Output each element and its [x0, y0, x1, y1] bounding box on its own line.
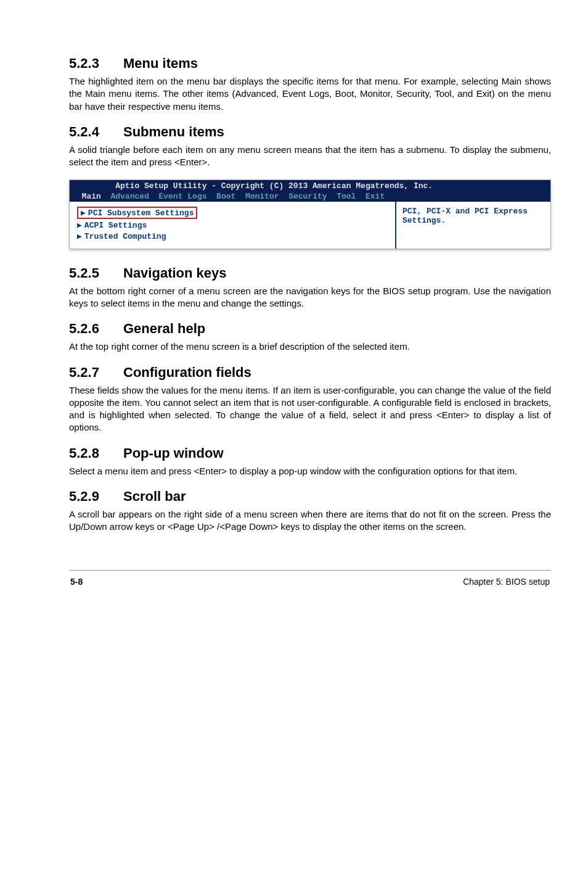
para-popup-window: Select a menu item and press <Enter> to … — [69, 465, 551, 477]
para-general-help: At the top right corner of the menu scre… — [69, 340, 551, 353]
heading-title: General help — [123, 321, 205, 336]
bios-body: ▶PCI Subsystem Settings ▶ACPI Settings ▶… — [70, 202, 550, 249]
page-number: 5-8 — [70, 577, 83, 587]
heading-title: Pop-up window — [123, 445, 224, 461]
heading-num: 5.2.8 — [69, 445, 123, 461]
heading-popup-window: 5.2.8Pop-up window — [69, 445, 551, 461]
bios-item-pci: ▶PCI Subsystem Settings — [77, 207, 389, 219]
heading-title: Submenu items — [123, 124, 224, 139]
heading-scroll-bar: 5.2.9Scroll bar — [69, 489, 551, 505]
triangle-icon: ▶ — [77, 221, 82, 230]
chapter-label: Chapter 5: BIOS setup — [463, 577, 550, 587]
heading-num: 5.2.7 — [69, 365, 123, 381]
heading-title: Navigation keys — [123, 265, 227, 281]
heading-submenu-items: 5.2.4Submenu items — [69, 124, 551, 140]
bios-item-label: PCI Subsystem Settings — [88, 208, 194, 218]
heading-general-help: 5.2.6General help — [69, 321, 551, 337]
para-submenu-items: A solid triangle before each item on any… — [69, 144, 551, 169]
footer-divider — [69, 570, 551, 571]
bios-tab-advanced: Advanced — [110, 192, 149, 201]
bios-tab-exit: Exit — [365, 192, 385, 201]
bios-tab-tool: Tool — [337, 192, 356, 201]
bios-help-text: PCI, PCI-X and PCI Express Settings. — [402, 207, 528, 225]
heading-menu-items: 5.2.3Menu items — [69, 56, 551, 72]
bios-item-label: ACPI Settings — [84, 221, 147, 230]
bios-title: Aptio Setup Utility - Copyright (C) 2013… — [115, 181, 433, 191]
bios-tab-boot: Boot — [216, 192, 235, 201]
para-scroll-bar: A scroll bar appears on the right side o… — [69, 508, 551, 534]
heading-title: Menu items — [123, 56, 198, 71]
triangle-icon: ▶ — [81, 208, 86, 218]
bios-header: Aptio Setup Utility - Copyright (C) 2013… — [70, 180, 550, 202]
para-menu-items: The highlighted item on the menu bar dis… — [69, 75, 551, 113]
bios-item-trusted: ▶Trusted Computing — [77, 231, 389, 241]
para-navigation-keys: At the bottom right corner of a menu scr… — [69, 285, 551, 310]
heading-num: 5.2.3 — [69, 56, 123, 72]
heading-num: 5.2.4 — [69, 124, 123, 140]
heading-title: Configuration fields — [123, 365, 251, 380]
bios-item-acpi: ▶ACPI Settings — [77, 220, 389, 230]
bios-tab-monitor: Monitor — [245, 192, 279, 201]
triangle-icon: ▶ — [77, 232, 82, 241]
bios-tab-main: Main — [82, 192, 101, 201]
bios-tab-row: Main Advanced Event Logs Boot Monitor Se… — [72, 192, 385, 201]
bios-menu-pane: ▶PCI Subsystem Settings ▶ACPI Settings ▶… — [70, 202, 395, 249]
heading-configuration-fields: 5.2.7Configuration fields — [69, 365, 551, 381]
heading-navigation-keys: 5.2.5Navigation keys — [69, 265, 551, 281]
bios-tab-eventlogs: Event Logs — [158, 192, 206, 201]
heading-title: Scroll bar — [123, 489, 186, 504]
page-footer: 5-8 Chapter 5: BIOS setup — [69, 577, 551, 587]
bios-item-label: Trusted Computing — [84, 232, 166, 241]
bios-screenshot: Aptio Setup Utility - Copyright (C) 2013… — [69, 179, 551, 249]
heading-num: 5.2.5 — [69, 265, 123, 281]
heading-num: 5.2.6 — [69, 321, 123, 337]
bios-help-pane: PCI, PCI-X and PCI Express Settings. — [395, 202, 550, 249]
para-configuration-fields: These fields show the values for the men… — [69, 384, 551, 434]
bios-tab-security: Security — [288, 192, 327, 201]
heading-num: 5.2.9 — [69, 489, 123, 505]
